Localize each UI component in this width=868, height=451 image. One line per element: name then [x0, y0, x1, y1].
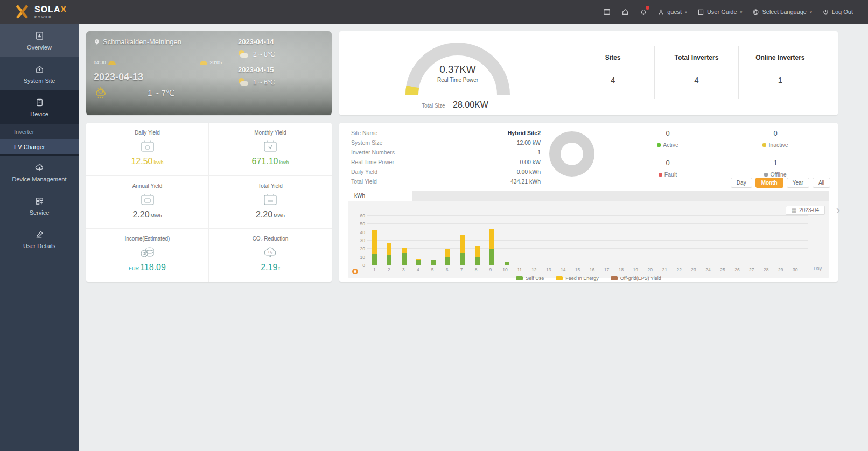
home-icon[interactable] [621, 8, 629, 16]
status-inactive: 0 Inactive [722, 126, 829, 156]
x-axis-tick: 3 [396, 267, 411, 272]
x-axis-tick: 8 [469, 267, 484, 272]
language-menu[interactable]: Select Language ∨ [752, 9, 812, 16]
tile-co2-reduction: CO₂ Reduction O₂ 2.19t [209, 229, 332, 282]
calendar-day-icon [138, 139, 157, 153]
chart-date-picker[interactable]: ▦ 2023-04 [786, 206, 825, 215]
x-axis-tick: 13 [541, 267, 556, 272]
brand-name: SOLAX [34, 5, 67, 14]
x-axis-tick: 25 [716, 267, 730, 272]
x-axis-tick: 30 [788, 267, 802, 272]
user-guide-label: User Guide [707, 9, 737, 15]
globe-icon [752, 9, 759, 16]
carousel-next-icon[interactable]: › [836, 203, 840, 217]
sidebar-item-system-site[interactable]: System Site [0, 57, 79, 90]
y-axis-tick: 40 [353, 230, 365, 235]
chart-x-axis: 1234567891011121314151617181920212223242… [367, 267, 802, 272]
service-grid-icon [34, 196, 45, 206]
annual-yield-value: 2.20MWh [86, 210, 208, 220]
x-axis-tick: 7 [454, 267, 469, 272]
logout-button[interactable]: Log Out [822, 9, 853, 16]
x-axis-tick: 19 [628, 267, 643, 272]
x-axis-tick: 21 [657, 267, 672, 272]
status-grid: 0 Active 0 Inactive 0 Fault 1 Offline [614, 126, 829, 185]
x-axis-tick: 22 [672, 267, 687, 272]
sidebar-item-service[interactable]: Service [0, 189, 79, 222]
tile-total-yield: Total Yield 2.20MWh [209, 176, 332, 229]
chart-tab-kwh[interactable]: kWh [348, 191, 412, 201]
legend-item[interactable]: Self Use [516, 276, 544, 281]
power-icon [822, 9, 829, 16]
sun-cloud-rain-icon [94, 86, 110, 100]
range-tab-month[interactable]: Month [755, 178, 783, 188]
status-dot [657, 143, 661, 147]
language-label: Select Language [762, 9, 807, 15]
x-axis-tick: 11 [512, 267, 527, 272]
submenu-item-ev-charger[interactable]: EV Charger [0, 139, 79, 154]
weather-today-date: 2023-04-13 [94, 72, 222, 83]
notification-badge [646, 6, 649, 10]
sidebar-item-device[interactable]: Device [0, 90, 79, 124]
app-window-icon[interactable] [603, 8, 611, 16]
site-detail-card: Site NameHybrid Site2 System Size12.00 k… [339, 123, 838, 282]
y-axis-tick: 50 [353, 221, 365, 227]
user-guide-menu[interactable]: User Guide ∨ [697, 9, 743, 16]
range-tab-group: Day Month Year All [731, 178, 830, 188]
notification-bell-icon[interactable] [639, 8, 648, 16]
chart-zoom-handle-icon[interactable] [352, 269, 358, 274]
x-axis-tick: 10 [498, 267, 512, 272]
legend-item[interactable]: Off-grid(EPS) Yield [611, 276, 661, 281]
x-axis-tick: 29 [773, 267, 788, 272]
site-name-link[interactable]: Hybrid Site2 [508, 130, 541, 136]
sidebar-item-user-details[interactable]: User Details [0, 222, 79, 256]
x-axis-tick: 6 [440, 267, 454, 272]
y-axis-tick: 30 [353, 238, 365, 243]
device-icon [34, 97, 45, 108]
co2-value: 2.19t [209, 263, 332, 272]
stat-sites: Sites 4 [571, 46, 654, 99]
submenu-item-inverter[interactable]: Inverter [0, 124, 79, 139]
weather-card: Schmalkalden-Meiningen 04:30 20:05 2023-… [86, 31, 332, 115]
stat-total-inverters: Total Inverters 4 [654, 46, 738, 99]
stacked-bar [489, 229, 494, 265]
x-axis-tick: 28 [759, 267, 773, 272]
user-menu[interactable]: guest ∨ [657, 9, 688, 16]
solax-x-icon [14, 4, 30, 20]
sun-cloud-icon [238, 78, 249, 86]
x-axis-tick: 24 [701, 267, 716, 272]
sidebar-item-overview[interactable]: Overview [0, 24, 79, 57]
x-axis-tick: 17 [599, 267, 614, 272]
overview-icon [34, 31, 45, 41]
x-axis-tick: 12 [527, 267, 541, 272]
device-submenu: Inverter EV Charger [0, 124, 79, 156]
chevron-down-icon: ∨ [740, 10, 743, 15]
weather-location: Schmalkalden-Meiningen [94, 38, 222, 46]
calendar-month-icon [261, 139, 279, 153]
site-info-row: Real Time Power0.00 kW [351, 157, 541, 167]
x-axis-tick: 18 [614, 267, 628, 272]
total-yield-value: 2.20MWh [209, 210, 332, 220]
total-size-value: 28.00KW [453, 100, 488, 109]
daily-yield-value: 12.50kWh [86, 157, 208, 166]
income-coins-icon [138, 245, 157, 259]
tile-annual-yield: Annual Yield 2.20MWh [86, 176, 209, 229]
bar-chart-plot: 0102030405060 [353, 215, 808, 265]
site-home-icon [34, 64, 45, 74]
range-tab-day[interactable]: Day [731, 178, 752, 188]
status-dot [764, 173, 768, 177]
yield-summary-card: Daily Yield 12.50kWh Monthly Yield 671.1… [86, 123, 332, 282]
sunrise-icon [108, 61, 116, 65]
logout-label: Log Out [832, 9, 853, 15]
stacked-bar [431, 260, 436, 265]
stacked-bar [505, 262, 509, 265]
sidebar-item-device-management[interactable]: Device Management [0, 156, 79, 189]
sun-cloud-icon [238, 50, 249, 58]
legend-item[interactable]: Feed In Energy [556, 276, 599, 281]
stacked-bar [416, 259, 421, 265]
x-axis-tick: 27 [744, 267, 759, 272]
x-axis-tick: 9 [484, 267, 498, 272]
status-donut-chart [549, 131, 594, 177]
real-time-power-gauge: 0.37KW Real Time Power [398, 36, 517, 99]
range-tab-all[interactable]: All [813, 178, 830, 188]
range-tab-year[interactable]: Year [787, 178, 809, 188]
